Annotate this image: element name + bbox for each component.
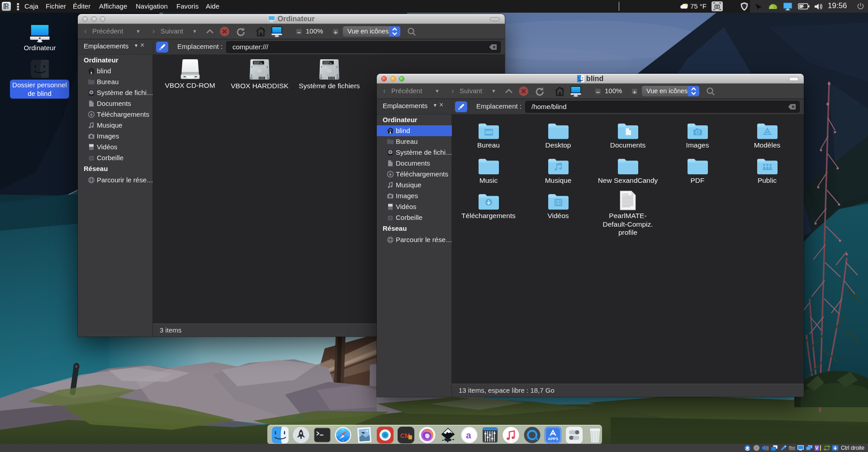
svg-text:a: a (466, 430, 471, 440)
svg-text:APPS: APPS (548, 437, 558, 441)
svg-text:V: V (816, 446, 819, 451)
